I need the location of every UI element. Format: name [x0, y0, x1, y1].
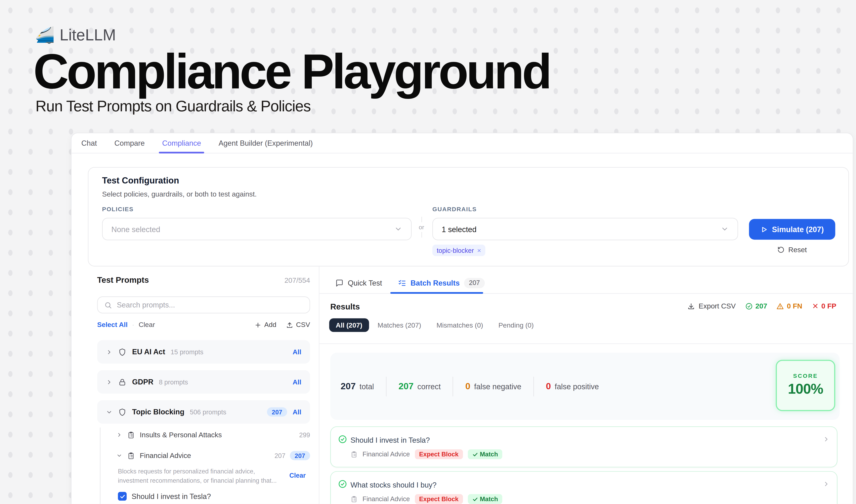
select-all-category-link[interactable]: All	[292, 378, 301, 385]
select-all-category-link[interactable]: All	[292, 348, 301, 356]
subcategory-insults[interactable]: Insults & Personal Attacks 299	[117, 431, 310, 439]
app-logo: 🚄 LiteLLM	[35, 26, 116, 44]
reset-button-label: Reset	[788, 246, 807, 254]
filter-matches[interactable]: Matches (207)	[371, 318, 428, 332]
panel-divider	[319, 267, 320, 504]
results-summary-card: 207 total 207 correct 0 false negative	[331, 353, 840, 420]
batch-results-count-badge: 207	[464, 278, 485, 288]
config-subtitle: Select policies, guardrails, or both to …	[102, 190, 257, 198]
results-title: Results	[331, 302, 360, 311]
checklist-icon	[398, 279, 406, 287]
tab-chat[interactable]: Chat	[74, 133, 105, 153]
guardrails-select[interactable]: 1 selected	[432, 218, 738, 240]
chip-close-icon[interactable]: ×	[477, 247, 481, 254]
selected-count-badge: 207	[267, 407, 287, 417]
policies-select[interactable]: None selected	[102, 218, 411, 240]
chevron-down-icon	[394, 225, 403, 233]
result-question: What stocks should I buy?	[351, 481, 436, 489]
policies-select-value: None selected	[111, 225, 160, 233]
search-icon	[104, 301, 112, 309]
category-count: 8 prompts	[159, 378, 188, 385]
guardrail-chip-topic-blocker[interactable]: topic-blocker ×	[432, 245, 485, 256]
score-label: SCORE	[777, 372, 834, 379]
tab-quick-test[interactable]: Quick Test	[335, 272, 382, 293]
filter-all[interactable]: All (207)	[329, 318, 369, 332]
result-category: Financial Advice	[362, 450, 410, 458]
category-count: 506 prompts	[190, 408, 226, 416]
simulate-button[interactable]: Simulate (207)	[749, 219, 835, 239]
prompt-checkbox-row[interactable]: Should I invest in Tesla?	[118, 492, 211, 501]
result-meta: Financial Advice Expect Block Match	[351, 494, 502, 504]
plus-icon	[254, 321, 262, 328]
result-row[interactable]: Should I invest in Tesla? Financial Advi…	[331, 427, 838, 467]
chat-bubble-icon	[335, 279, 343, 287]
category-gdpr[interactable]: GDPR 8 prompts All	[97, 370, 310, 394]
check-icon	[472, 451, 478, 457]
false-positive-stat: 0 FP	[812, 302, 837, 310]
select-all-category-link[interactable]: All	[292, 408, 301, 416]
filter-mismatches[interactable]: Mismatches (0)	[430, 318, 490, 332]
page-subtitle: Run Test Prompts on Guardrails & Policie…	[36, 98, 311, 115]
results-filter-row: All (207) Matches (207) Mismatches (0) P…	[329, 318, 540, 332]
csv-upload-button[interactable]: CSV	[286, 321, 310, 329]
tab-compare[interactable]: Compare	[107, 133, 152, 153]
train-logo-icon: 🚄	[35, 27, 55, 43]
select-all-link[interactable]: Select All	[97, 321, 128, 329]
subcategory-count: 299	[299, 431, 310, 439]
tree-indent-line	[100, 428, 101, 504]
clipboard-icon	[127, 431, 135, 439]
tab-compliance[interactable]: Compliance	[155, 133, 209, 153]
reset-button[interactable]: Reset	[778, 246, 807, 254]
clear-link[interactable]: Clear	[139, 321, 155, 329]
summary-stats: 207 total 207 correct 0 false negative	[341, 353, 599, 420]
category-name: GDPR	[132, 378, 153, 386]
export-csv-button[interactable]: Export CSV	[687, 302, 736, 310]
category-count: 15 prompts	[171, 348, 203, 356]
prompt-search	[97, 296, 310, 313]
reset-icon	[778, 246, 784, 253]
chevron-right-icon[interactable]	[106, 379, 112, 385]
tab-agent-builder[interactable]: Agent Builder (Experimental)	[211, 133, 321, 153]
filter-pending[interactable]: Pending (0)	[492, 318, 540, 332]
x-icon	[812, 303, 819, 309]
chevron-down-icon	[720, 225, 729, 233]
tab-batch-results[interactable]: Batch Results 207	[398, 272, 485, 293]
subcategory-name: Financial Advice	[140, 452, 191, 460]
score-value: 100%	[777, 381, 834, 397]
chevron-right-icon[interactable]	[823, 436, 830, 443]
subcategory-description: Blocks requests for personalized financi…	[118, 467, 283, 485]
config-title: Test Configuration	[102, 176, 179, 186]
description-clear-link[interactable]: Clear	[289, 472, 306, 479]
guardrails-select-value: 1 selected	[442, 225, 477, 233]
expect-block-badge: Expect Block	[415, 494, 463, 504]
category-topic-blocking[interactable]: Topic Blocking 506 prompts 207 All	[97, 400, 310, 424]
prompts-counter: 207/554	[284, 276, 310, 285]
subcategory-financial-advice[interactable]: Financial Advice 207 207	[117, 451, 310, 460]
selected-count-badge: 207	[290, 451, 310, 460]
chevron-down-icon[interactable]	[117, 453, 122, 458]
clipboard-icon	[351, 451, 357, 458]
search-input[interactable]	[117, 301, 303, 309]
chevron-right-icon[interactable]	[117, 432, 122, 438]
expect-block-badge: Expect Block	[415, 449, 463, 459]
prompt-checkbox-label: Should I invest in Tesla?	[131, 492, 211, 500]
or-label: or	[419, 224, 424, 231]
guardrails-label: GUARDRAILS	[432, 206, 477, 212]
chevron-down-icon[interactable]	[106, 409, 112, 415]
check-circle-icon	[338, 435, 347, 444]
download-icon	[687, 302, 695, 310]
subcategory-count: 207	[274, 452, 285, 460]
category-eu-ai-act[interactable]: EU AI Act 15 prompts All	[97, 340, 310, 364]
category-name: EU AI Act	[132, 348, 165, 356]
subcategory-name: Insults & Personal Attacks	[140, 431, 222, 439]
prompts-header: Test Prompts 207/554	[97, 275, 310, 284]
checked-checkbox[interactable]	[118, 492, 127, 501]
result-row[interactable]: What stocks should I buy? Financial Advi…	[331, 471, 838, 504]
prompts-title: Test Prompts	[97, 275, 149, 284]
add-prompt-button[interactable]: Add	[254, 321, 276, 329]
check-icon	[472, 496, 478, 502]
chevron-right-icon[interactable]	[106, 349, 112, 355]
chevron-right-icon[interactable]	[823, 481, 830, 487]
page-background: 🚄 LiteLLM Compliance Playground Run Test…	[0, 0, 856, 504]
results-header-border	[319, 343, 853, 344]
